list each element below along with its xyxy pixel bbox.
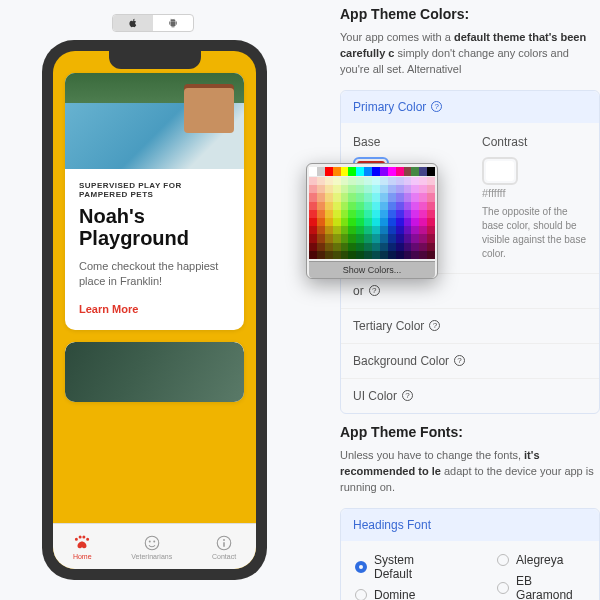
picker-swatch-cell[interactable] xyxy=(325,193,333,201)
platform-toggle[interactable] xyxy=(112,14,194,32)
picker-swatch-cell[interactable] xyxy=(380,202,388,210)
headings-font-header[interactable]: Headings Font xyxy=(341,509,599,541)
picker-swatch-cell[interactable] xyxy=(388,210,396,218)
picker-swatch-cell[interactable] xyxy=(411,243,419,251)
picker-swatch-cell[interactable] xyxy=(372,234,380,242)
picker-swatch-cell[interactable] xyxy=(404,185,412,193)
help-icon[interactable]: ? xyxy=(431,101,442,112)
picker-hue-cell[interactable] xyxy=(411,167,419,176)
picker-hue-cell[interactable] xyxy=(427,167,435,176)
picker-swatch-cell[interactable] xyxy=(356,193,364,201)
picker-swatch-cell[interactable] xyxy=(364,210,372,218)
picker-swatch-cell[interactable] xyxy=(333,218,341,226)
picker-swatch-cell[interactable] xyxy=(419,185,427,193)
picker-swatch-cell[interactable] xyxy=(419,226,427,234)
picker-swatch-cell[interactable] xyxy=(388,251,396,259)
tab-home[interactable]: Home xyxy=(73,534,92,560)
picker-swatch-cell[interactable] xyxy=(333,210,341,218)
picker-swatch-cell[interactable] xyxy=(404,177,412,185)
picker-swatch-cell[interactable] xyxy=(411,218,419,226)
picker-swatch-cell[interactable] xyxy=(341,210,349,218)
picker-swatch-cell[interactable] xyxy=(404,202,412,210)
picker-swatch-cell[interactable] xyxy=(309,251,317,259)
picker-swatch-cell[interactable] xyxy=(325,234,333,242)
picker-swatch-cell[interactable] xyxy=(348,202,356,210)
picker-swatch-cell[interactable] xyxy=(380,226,388,234)
picker-swatch-cell[interactable] xyxy=(333,243,341,251)
picker-swatch-cell[interactable] xyxy=(396,185,404,193)
picker-swatch-cell[interactable] xyxy=(341,234,349,242)
picker-swatch-cell[interactable] xyxy=(388,193,396,201)
picker-swatch-cell[interactable] xyxy=(380,243,388,251)
picker-swatch-cell[interactable] xyxy=(411,177,419,185)
picker-swatch-cell[interactable] xyxy=(372,218,380,226)
picker-swatch-cell[interactable] xyxy=(427,243,435,251)
picker-swatch-cell[interactable] xyxy=(388,185,396,193)
picker-swatch-cell[interactable] xyxy=(364,226,372,234)
picker-swatch-cell[interactable] xyxy=(372,202,380,210)
font-option[interactable]: EB Garamond xyxy=(497,574,585,600)
picker-swatch-cell[interactable] xyxy=(348,210,356,218)
picker-swatch-cell[interactable] xyxy=(419,234,427,242)
picker-swatch-cell[interactable] xyxy=(356,177,364,185)
picker-swatch-cell[interactable] xyxy=(419,243,427,251)
picker-swatch-cell[interactable] xyxy=(333,234,341,242)
picker-swatch-cell[interactable] xyxy=(325,185,333,193)
picker-swatch-cell[interactable] xyxy=(309,243,317,251)
picker-swatch-cell[interactable] xyxy=(309,177,317,185)
picker-swatch-cell[interactable] xyxy=(411,193,419,201)
picker-swatch-cell[interactable] xyxy=(333,202,341,210)
feature-card[interactable]: SUPERVISED PLAY FOR PAMPERED PETS Noah's… xyxy=(65,73,244,330)
picker-swatch-cell[interactable] xyxy=(309,210,317,218)
picker-swatch-cell[interactable] xyxy=(427,251,435,259)
android-toggle[interactable] xyxy=(153,15,193,31)
tertiary-color-row[interactable]: Tertiary Color? xyxy=(341,308,599,343)
secondary-card[interactable] xyxy=(65,342,244,402)
picker-swatch-cell[interactable] xyxy=(411,202,419,210)
picker-swatch-cell[interactable] xyxy=(317,251,325,259)
picker-swatch-cell[interactable] xyxy=(396,210,404,218)
picker-swatch-cell[interactable] xyxy=(325,210,333,218)
picker-swatch-cell[interactable] xyxy=(364,251,372,259)
picker-hue-cell[interactable] xyxy=(341,167,349,176)
picker-hue-cell[interactable] xyxy=(364,167,372,176)
picker-swatch-cell[interactable] xyxy=(372,185,380,193)
picker-swatch-cell[interactable] xyxy=(348,218,356,226)
picker-swatch-cell[interactable] xyxy=(388,177,396,185)
picker-swatch-cell[interactable] xyxy=(411,210,419,218)
picker-swatch-cell[interactable] xyxy=(309,202,317,210)
picker-swatch-cell[interactable] xyxy=(411,185,419,193)
picker-swatch-cell[interactable] xyxy=(317,210,325,218)
picker-swatch-cell[interactable] xyxy=(325,226,333,234)
picker-swatch-cell[interactable] xyxy=(348,234,356,242)
picker-swatch-cell[interactable] xyxy=(372,243,380,251)
picker-swatch-cell[interactable] xyxy=(317,185,325,193)
color-picker-popover[interactable]: Show Colors... xyxy=(306,163,438,279)
picker-swatch-cell[interactable] xyxy=(396,202,404,210)
picker-swatch-cell[interactable] xyxy=(341,218,349,226)
picker-hue-cell[interactable] xyxy=(388,167,396,176)
picker-swatch-cell[interactable] xyxy=(404,226,412,234)
picker-swatch-cell[interactable] xyxy=(348,243,356,251)
picker-swatch-cell[interactable] xyxy=(427,202,435,210)
picker-swatch-cell[interactable] xyxy=(364,243,372,251)
picker-hue-cell[interactable] xyxy=(317,167,325,176)
picker-swatch-cell[interactable] xyxy=(419,202,427,210)
picker-swatch-cell[interactable] xyxy=(333,226,341,234)
picker-swatch-cell[interactable] xyxy=(309,226,317,234)
picker-swatch-cell[interactable] xyxy=(427,177,435,185)
picker-swatch-cell[interactable] xyxy=(404,251,412,259)
picker-swatch-cell[interactable] xyxy=(427,218,435,226)
picker-swatch-cell[interactable] xyxy=(427,193,435,201)
picker-swatch-cell[interactable] xyxy=(348,177,356,185)
picker-swatch-cell[interactable] xyxy=(388,202,396,210)
picker-swatch-cell[interactable] xyxy=(427,234,435,242)
picker-swatch-cell[interactable] xyxy=(356,251,364,259)
picker-swatch-cell[interactable] xyxy=(388,218,396,226)
picker-swatch-cell[interactable] xyxy=(396,177,404,185)
picker-swatch-cell[interactable] xyxy=(396,234,404,242)
picker-swatch-cell[interactable] xyxy=(364,193,372,201)
help-icon[interactable]: ? xyxy=(429,320,440,331)
picker-swatch-cell[interactable] xyxy=(380,177,388,185)
font-option[interactable]: System Default xyxy=(355,553,449,581)
